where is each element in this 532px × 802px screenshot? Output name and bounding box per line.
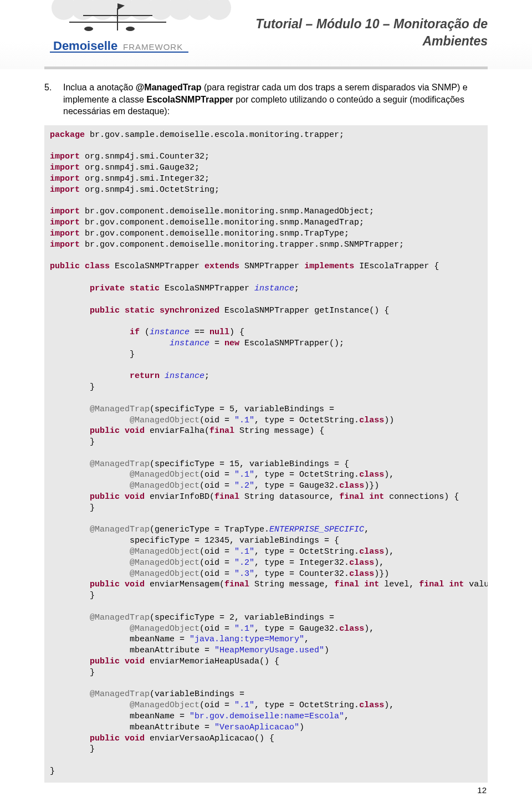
kw: package <box>50 130 85 140</box>
kw: void <box>125 492 145 502</box>
kw: import <box>50 174 80 183</box>
t: br.gov.sample.demoiselle.escola.monitori… <box>85 130 344 140</box>
kw: public <box>90 492 120 502</box>
str: "HeapMemoryUsage.used" <box>214 646 324 655</box>
t: = <box>209 339 224 348</box>
svg-point-12 <box>84 27 93 31</box>
t: (oid = <box>200 558 234 568</box>
t: , type = OctetString. <box>254 547 359 556</box>
kw: final <box>334 580 359 589</box>
t: enviarInfoBD( <box>145 492 214 502</box>
t: } <box>90 668 95 677</box>
kw: int <box>369 492 384 502</box>
kw: import <box>50 240 80 249</box>
kw: final <box>214 492 239 502</box>
fld: instance <box>170 339 209 348</box>
t: enviarMemoriaHeapUsada() { <box>145 657 279 666</box>
kw: if <box>130 328 140 337</box>
t: ; <box>204 371 209 381</box>
t: ) <box>299 723 304 732</box>
t: level, <box>379 580 419 589</box>
str: ".1" <box>234 416 254 425</box>
annotation-name: @ManagedTrap <box>136 83 202 92</box>
kw: class <box>359 470 384 479</box>
kw: private <box>90 284 125 293</box>
kw: final <box>339 492 364 502</box>
t: , type = OctetString. <box>254 701 359 710</box>
fld: instance <box>254 284 294 293</box>
t: br.gov.component.demoiselle.monitoring.s… <box>80 207 374 216</box>
document-header: Demoiselle FRAMEWORK Tutorial – Módulo 1… <box>0 0 532 69</box>
t: String message, <box>249 580 334 589</box>
str: ".1" <box>234 701 254 710</box>
t: , <box>344 712 349 721</box>
kw: final <box>419 580 444 589</box>
t: SNMPTrapper <box>239 262 304 271</box>
t: (specificType = 5, variableBindings = <box>150 405 339 414</box>
t: (oid = <box>200 624 234 634</box>
kw: public <box>90 734 120 743</box>
t: )}) <box>364 481 379 491</box>
t: mbeanAttribute = <box>130 723 214 732</box>
t: org.snmp4j.smi.OctetString; <box>80 185 219 195</box>
str: ".3" <box>234 569 254 579</box>
t: , type = Integer32. <box>254 558 349 568</box>
kw: final <box>224 580 249 589</box>
t: ), <box>364 624 374 634</box>
str: ".2" <box>234 481 254 491</box>
t: } <box>90 503 95 513</box>
kw: public <box>90 306 120 315</box>
kw: class <box>339 624 364 634</box>
t: ), <box>384 701 394 710</box>
t: br.gov.component.demoiselle.monitoring.t… <box>80 240 404 249</box>
kw: static <box>125 306 155 315</box>
header-title: Tutorial – Módulo 10 – Monitoração de Am… <box>255 16 488 50</box>
an: @ManagedTrap <box>90 405 150 414</box>
t: )}) <box>374 569 389 579</box>
an: @ManagedTrap <box>90 525 150 534</box>
kw: public <box>50 262 80 271</box>
str: "VersaoAplicacao" <box>214 723 299 732</box>
kw: import <box>50 229 80 238</box>
an: @ManagedObject <box>130 547 200 556</box>
page-number: 12 <box>477 785 487 795</box>
header-divider <box>44 67 488 69</box>
t: value) { <box>464 580 488 589</box>
an: @ManagedObject <box>130 481 200 491</box>
svg-point-8 <box>207 0 231 20</box>
kw: final <box>209 426 234 436</box>
kw: new <box>224 339 239 348</box>
t: EscolaSNMPTrapper(); <box>239 339 344 348</box>
t: br.gov.component.demoiselle.monitoring.s… <box>80 229 349 238</box>
t: br.gov.component.demoiselle.monitoring.s… <box>80 218 364 227</box>
kw: class <box>359 701 384 710</box>
str: ".1" <box>234 547 254 556</box>
an: @ManagedObject <box>130 624 200 634</box>
kw: class <box>349 569 374 579</box>
an: @ManagedTrap <box>90 689 150 699</box>
header-title-line1: Tutorial – Módulo 10 – Monitoração de <box>255 17 488 31</box>
svg-point-13 <box>126 27 135 31</box>
enum: ENTERPRISE_SPECIFIC <box>269 525 364 534</box>
t: (oid = <box>200 569 234 579</box>
kw: class <box>359 547 384 556</box>
t: (oid = <box>200 701 234 710</box>
kw: public <box>90 580 120 589</box>
t: specificType = 12345, variableBindings =… <box>130 536 339 545</box>
kw: implements <box>304 262 354 271</box>
t: } <box>90 437 95 447</box>
t: org.snmp4j.smi.Gauge32; <box>80 163 200 172</box>
kw: void <box>125 657 145 666</box>
t: ( <box>140 328 150 337</box>
kw: extends <box>204 262 239 271</box>
kw: void <box>125 580 145 589</box>
kw: static <box>130 284 160 293</box>
an: @ManagedObject <box>130 416 200 425</box>
t: org.snmp4j.smi.Integer32; <box>80 174 209 183</box>
t: enviarMensagem( <box>145 580 224 589</box>
svg-text:FRAMEWORK: FRAMEWORK <box>123 42 183 52</box>
t: (variableBindings = <box>150 689 249 699</box>
kw: public <box>90 426 120 436</box>
t: String message) { <box>234 426 324 436</box>
fld: instance <box>150 328 190 337</box>
